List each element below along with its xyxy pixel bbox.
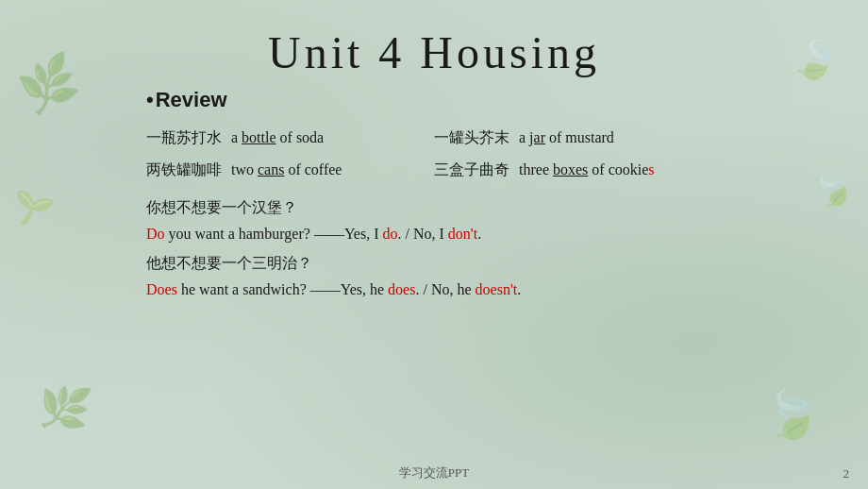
vocab-english-3: three boxes of cookies <box>519 156 655 184</box>
review-label: Review <box>146 88 722 112</box>
vocab-english-1: a jar of mustard <box>519 124 614 152</box>
deco-leaf-br: 🍃 <box>758 382 825 447</box>
vocab-chinese-1: 一罐头芥末 <box>434 124 509 152</box>
sentence-red-does2: does <box>388 281 415 297</box>
vocab-chinese-0: 一瓶苏打水 <box>146 124 222 152</box>
vocab-item-2: 两铁罐咖啡 two cans of coffee <box>146 156 434 184</box>
sentence-block-0: 你想不想要一个汉堡？ Do you want a hamburger? ——Ye… <box>146 198 722 246</box>
sentence-chinese-0: 你想不想要一个汉堡？ <box>146 198 722 218</box>
slide: 🌿 🍃 🌱 🍃 🌿 🍃 Unit 4 Housing Review 一瓶苏打水 … <box>0 0 868 489</box>
vocab-grid: 一瓶苏打水 a bottle of soda 一罐头芥末 a jar of mu… <box>146 124 722 185</box>
sentence-red-do: Do <box>146 226 165 242</box>
vocab-chinese-3: 三盒子曲奇 <box>434 156 509 184</box>
vocab-english-0: a bottle of soda <box>231 124 324 152</box>
sentence-red-dont: don't <box>448 226 477 242</box>
vocab-chinese-2: 两铁罐咖啡 <box>146 156 222 184</box>
page-title: Unit 4 Housing <box>0 0 868 88</box>
sentence-english-0: Do you want a hamburger? ——Yes, I do. / … <box>146 221 722 246</box>
sentence-red-do2: do <box>383 226 398 242</box>
sentence-chinese-1: 他想不想要一个三明治？ <box>146 254 722 274</box>
sentence-english-1: Does he want a sandwich? ——Yes, he does.… <box>146 277 722 302</box>
sentence-red-does: Does <box>146 281 177 297</box>
content-area: Review 一瓶苏打水 a bottle of soda 一罐头芥末 a ja… <box>0 88 868 302</box>
sentence-red-doesnt: doesn't <box>476 281 518 297</box>
vocab-item-1: 一罐头芥末 a jar of mustard <box>434 124 722 152</box>
page-number: 2 <box>843 466 850 481</box>
vocab-item-3: 三盒子曲奇 three boxes of cookies <box>434 156 722 184</box>
deco-leaf-bl: 🌿 <box>34 379 94 437</box>
footer: 学习交流PPT <box>0 464 868 481</box>
vocab-english-2: two cans of coffee <box>231 156 342 184</box>
vocab-item-0: 一瓶苏打水 a bottle of soda <box>146 124 434 152</box>
sentence-block-1: 他想不想要一个三明治？ Does he want a sandwich? ——Y… <box>146 254 722 302</box>
footer-label: 学习交流PPT <box>399 464 469 481</box>
